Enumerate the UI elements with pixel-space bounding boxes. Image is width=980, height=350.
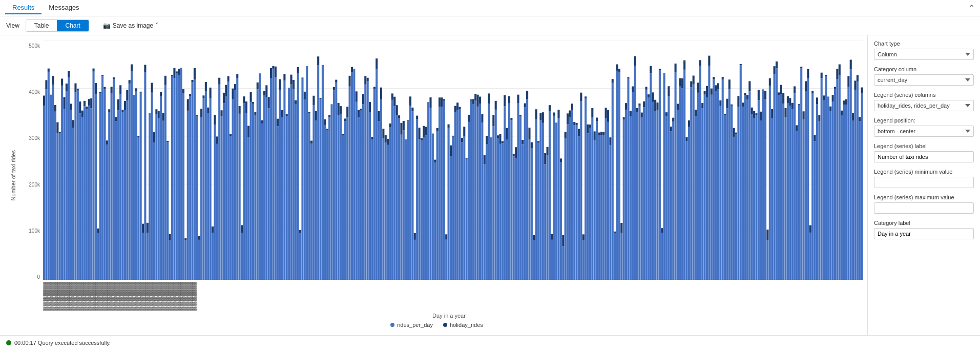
svg-rect-616 xyxy=(737,107,739,280)
svg-rect-96 xyxy=(144,72,146,280)
svg-rect-64 xyxy=(108,112,110,280)
svg-rect-33 xyxy=(72,120,74,128)
svg-rect-522 xyxy=(632,92,634,280)
svg-rect-660 xyxy=(787,103,789,280)
svg-rect-189 xyxy=(250,92,252,102)
svg-rect-382 xyxy=(474,100,476,280)
svg-rect-486 xyxy=(591,117,593,280)
svg-rect-688 xyxy=(818,121,820,280)
svg-rect-513 xyxy=(620,223,622,233)
svg-rect-244 xyxy=(315,120,317,280)
results-tab[interactable]: Results xyxy=(5,2,41,14)
svg-rect-181 xyxy=(241,225,243,233)
svg-rect-258 xyxy=(333,90,335,280)
svg-rect-706 xyxy=(839,75,841,280)
svg-rect-326 xyxy=(409,106,411,280)
svg-rect-642 xyxy=(766,240,768,280)
svg-rect-397 xyxy=(490,137,492,138)
svg-rect-161 xyxy=(218,78,220,85)
legend-max-input[interactable] xyxy=(874,202,974,214)
svg-rect-19 xyxy=(56,122,58,133)
legend-min-input[interactable] xyxy=(874,177,974,188)
svg-rect-285 xyxy=(362,94,364,105)
legend-series-columns-select[interactable]: holiday_rides, rides_per_day xyxy=(874,100,974,111)
svg-rect-705 xyxy=(836,69,838,79)
svg-rect-698 xyxy=(829,111,831,280)
chart-toggle[interactable]: Chart xyxy=(57,20,88,31)
svg-rect-127 xyxy=(180,68,182,280)
svg-rect-293 xyxy=(371,137,373,139)
svg-rect-419 xyxy=(515,147,517,158)
messages-tab[interactable]: Messages xyxy=(41,2,86,14)
svg-rect-466 xyxy=(569,117,571,280)
svg-rect-165 xyxy=(223,93,225,104)
svg-rect-296 xyxy=(376,69,378,280)
svg-rect-543 xyxy=(654,100,656,112)
legend-item-holiday-rides: holiday_rides xyxy=(443,322,483,328)
collapse-icon[interactable]: ⌃ xyxy=(968,3,975,13)
legend-series-label-input[interactable] xyxy=(874,151,974,162)
svg-rect-174 xyxy=(234,90,236,280)
svg-rect-37 xyxy=(77,89,79,90)
svg-rect-11 xyxy=(48,69,50,72)
svg-rect-441 xyxy=(539,113,541,120)
category-column-label: Category column xyxy=(874,66,974,72)
svg-rect-203 xyxy=(265,85,267,97)
svg-rect-70 xyxy=(115,121,117,280)
y-axis: 500k 400k 300k 200k 100k 0 xyxy=(18,40,43,311)
category-label-input[interactable] xyxy=(874,228,974,239)
svg-rect-242 xyxy=(312,105,315,280)
svg-rect-599 xyxy=(717,83,719,89)
svg-rect-267 xyxy=(342,134,344,135)
legend-dot-holiday-rides xyxy=(443,323,447,327)
svg-rect-432 xyxy=(531,149,533,280)
svg-rect-604 xyxy=(724,115,726,280)
svg-rect-333 xyxy=(416,116,418,119)
svg-rect-483 xyxy=(587,125,589,133)
svg-rect-237 xyxy=(306,66,308,280)
svg-rect-77 xyxy=(122,110,124,112)
svg-rect-569 xyxy=(683,60,685,70)
svg-rect-269 xyxy=(344,118,346,121)
svg-rect-94 xyxy=(142,233,144,280)
svg-rect-6 xyxy=(43,106,45,280)
svg-rect-66 xyxy=(111,93,113,280)
svg-rect-439 xyxy=(537,141,539,142)
svg-rect-20 xyxy=(59,133,61,280)
svg-rect-84 xyxy=(131,71,133,280)
svg-rect-289 xyxy=(367,78,369,81)
svg-rect-26 xyxy=(66,92,68,280)
svg-rect-562 xyxy=(677,110,679,280)
svg-rect-686 xyxy=(816,104,818,280)
svg-rect-147 xyxy=(202,95,204,98)
table-toggle[interactable]: Table xyxy=(26,20,57,31)
category-column-select[interactable]: current_day xyxy=(874,74,974,86)
svg-rect-475 xyxy=(578,129,580,136)
svg-rect-21 xyxy=(59,132,61,133)
svg-rect-707 xyxy=(839,65,841,75)
svg-rect-325 xyxy=(407,120,409,121)
svg-rect-38 xyxy=(79,113,81,280)
svg-rect-153 xyxy=(210,88,212,98)
svg-rect-699 xyxy=(829,107,831,111)
svg-rect-287 xyxy=(364,76,366,85)
svg-rect-146 xyxy=(202,98,204,280)
svg-rect-664 xyxy=(791,109,794,280)
legend-position-select[interactable]: bottom - center xyxy=(874,126,974,137)
svg-rect-35 xyxy=(74,84,76,93)
svg-rect-557 xyxy=(670,127,672,131)
svg-rect-257 xyxy=(330,104,332,280)
svg-rect-197 xyxy=(259,73,261,74)
svg-rect-436 xyxy=(535,119,537,280)
save-as-image-button[interactable]: 📷 Save as image ˅ xyxy=(97,19,164,32)
svg-rect-166 xyxy=(225,96,227,280)
svg-rect-17 xyxy=(54,105,56,112)
svg-rect-338 xyxy=(423,137,425,280)
svg-rect-631 xyxy=(753,111,755,118)
svg-rect-351 xyxy=(439,97,441,107)
chart-type-select[interactable]: Column xyxy=(874,49,974,60)
svg-rect-49 xyxy=(90,98,92,108)
svg-rect-367 xyxy=(456,102,458,110)
svg-rect-695 xyxy=(825,75,827,76)
svg-rect-378 xyxy=(470,101,472,280)
